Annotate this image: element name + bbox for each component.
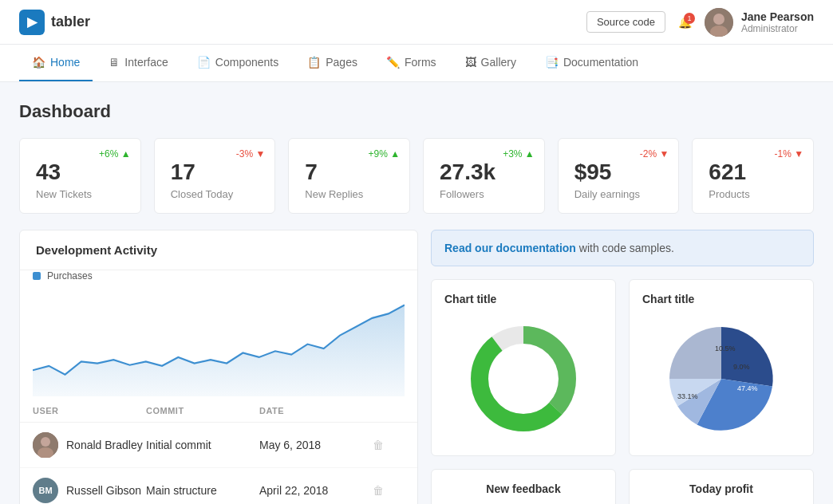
nav-label-interface: Interface [124, 56, 168, 69]
stat-card-new-tickets: +6% ▲ 43 New Tickets [19, 138, 141, 214]
today-profit-card: Today profit [629, 469, 814, 504]
doc-banner-bold: Read our documentation [444, 242, 576, 254]
interface-icon: 🖥 [109, 56, 120, 69]
nav-item-home[interactable]: 🏠 Home [19, 45, 93, 81]
user-name: Jane Pearson [741, 10, 814, 23]
page-title: Dashboard [19, 101, 814, 122]
stat-badge-new-replies: +9% ▲ [368, 148, 400, 159]
stat-card-new-replies: +9% ▲ 7 New Replies [288, 138, 410, 214]
stat-card-closed-today: -3% ▼ 17 Closed Today [154, 138, 276, 214]
table-header: USER COMMIT DATE [20, 400, 417, 423]
source-code-button[interactable]: Source code [586, 11, 665, 33]
stat-value-products: 621 [709, 159, 797, 185]
stat-value-daily-earnings: $95 [574, 159, 663, 185]
nav-label-documentation: Documentation [563, 56, 638, 69]
chart-card-2: Chart title [629, 279, 814, 456]
charts-row: Chart title [431, 279, 814, 456]
stat-badge-new-tickets: +6% ▲ [99, 148, 131, 159]
user-avatar-2: BM [33, 478, 58, 503]
topbar: ▶ tabler Source code 🔔 1 Jane Pearson Ad… [0, 0, 833, 45]
col-commit: COMMIT [146, 406, 259, 415]
stat-card-daily-earnings: -2% ▼ $95 Daily earnings [558, 138, 680, 214]
nav-label-forms: Forms [405, 56, 436, 69]
delete-icon-1[interactable]: 🗑 [373, 439, 405, 451]
svg-point-1 [713, 14, 724, 25]
user-avatar-1 [33, 432, 58, 458]
date-1: May 6, 2018 [259, 439, 373, 451]
stat-label-closed-today: Closed Today [171, 188, 259, 200]
commit-1: Initial commit [146, 439, 259, 451]
forms-icon: ✏️ [386, 56, 400, 69]
topbar-actions: Source code 🔔 1 Jane Pearson Administrat… [586, 8, 814, 37]
stat-badge-closed-today: -3% ▼ [236, 148, 266, 159]
home-icon: 🏠 [32, 56, 45, 69]
svg-text:53.0%: 53.0% [530, 392, 552, 400]
user-info: Jane Pearson Administrator [705, 8, 814, 37]
new-feedback-label: New feedback [444, 482, 602, 495]
notification-bell[interactable]: 🔔 1 [678, 16, 692, 29]
today-profit-label: Today profit [642, 482, 800, 495]
logo-icon: ▶ [19, 10, 45, 35]
user-cell-2: BM Russell Gibson [33, 478, 146, 503]
table-row: Ronald Bradley Initial commit May 6, 201… [20, 423, 417, 468]
delete-icon-2[interactable]: 🗑 [373, 484, 405, 497]
chart-legend: Purchases [20, 270, 417, 288]
stat-label-new-tickets: New Tickets [36, 188, 124, 200]
nav-label-home: Home [50, 56, 80, 69]
svg-text:33.1%: 33.1% [677, 392, 698, 400]
user-name-1: Ronald Bradley [66, 439, 143, 451]
svg-text:37.0%: 37.0% [492, 378, 514, 387]
nav-label-gallery: Gallery [481, 56, 516, 69]
col-user: USER [33, 406, 146, 415]
bottom-cards: New feedback Today profit [431, 469, 814, 504]
nav-label-pages: Pages [326, 56, 357, 69]
right-panel: Read our documentation with code samples… [431, 230, 814, 504]
documentation-icon: 📑 [545, 56, 559, 69]
dev-activity-panel: Development Activity Purchases [19, 230, 418, 504]
nav-item-components[interactable]: 📄 Components [184, 45, 291, 81]
doc-banner: Read our documentation with code samples… [431, 230, 814, 266]
dev-activity-title: Development Activity [20, 230, 417, 270]
pages-icon: 📋 [307, 56, 321, 69]
stat-label-followers: Followers [440, 188, 528, 200]
notification-badge: 1 [684, 13, 695, 24]
stat-badge-daily-earnings: -2% ▼ [640, 148, 669, 159]
commit-2: Main structure [146, 484, 259, 497]
nav-item-pages[interactable]: 📋 Pages [294, 45, 370, 81]
stat-badge-products: -1% ▼ [774, 148, 803, 159]
gallery-icon: 🖼 [465, 56, 476, 69]
col-date: DATE [259, 406, 373, 415]
nav-item-gallery[interactable]: 🖼 Gallery [452, 45, 529, 81]
stat-value-followers: 27.3k [440, 159, 528, 185]
legend-dot [33, 272, 41, 280]
svg-text:10.5%: 10.5% [715, 345, 736, 352]
legend-label: Purchases [47, 270, 93, 282]
stat-label-new-replies: New Replies [305, 188, 393, 200]
svg-text:9.0%: 9.0% [733, 363, 750, 371]
nav-item-forms[interactable]: ✏️ Forms [373, 45, 449, 81]
nav-item-documentation[interactable]: 📑 Documentation [532, 45, 651, 81]
stat-value-closed-today: 17 [171, 159, 259, 185]
user-role: Administrator [741, 23, 814, 34]
chart-title-2: Chart title [642, 293, 800, 305]
pie-chart-2: 9.0% 10.5% 33.1% 47.4% [642, 315, 800, 443]
svg-point-4 [41, 437, 50, 447]
user-name-2: Russell Gibson [66, 484, 141, 497]
avatar [705, 8, 733, 37]
stat-label-daily-earnings: Daily earnings [574, 188, 663, 200]
stat-cards: +6% ▲ 43 New Tickets -3% ▼ 17 Closed Tod… [19, 138, 814, 214]
stat-label-products: Products [709, 188, 797, 200]
stat-value-new-replies: 7 [305, 159, 393, 185]
user-cell-1: Ronald Bradley [33, 432, 146, 458]
svg-text:47.4%: 47.4% [737, 384, 758, 392]
new-feedback-card: New feedback [431, 469, 616, 504]
logo: ▶ tabler [19, 10, 574, 35]
nav-item-interface[interactable]: 🖥 Interface [96, 45, 180, 81]
main-nav: 🏠 Home 🖥 Interface 📄 Components 📋 Pages … [0, 45, 833, 82]
chart-title-1: Chart title [444, 293, 602, 305]
date-2: April 22, 2018 [259, 484, 373, 497]
table-row: BM Russell Gibson Main structure April 2… [20, 468, 417, 504]
doc-banner-text: with code samples. [579, 242, 674, 254]
bottom-section: Development Activity Purchases [19, 230, 814, 504]
user-details: Jane Pearson Administrator [741, 10, 814, 34]
